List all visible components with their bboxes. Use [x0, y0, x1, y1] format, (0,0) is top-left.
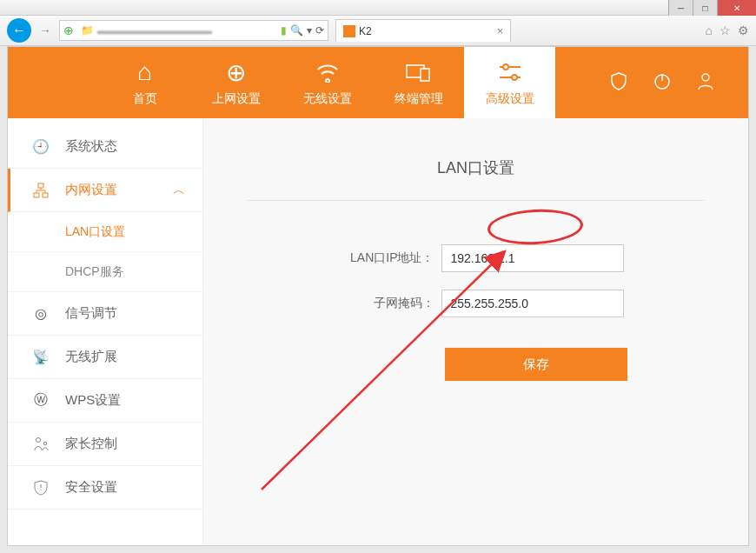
network-icon	[32, 183, 50, 198]
browser-forward-button[interactable]: →	[36, 22, 54, 39]
svg-point-12	[36, 437, 41, 442]
window-titlebar: ─ □ ✕	[0, 0, 756, 16]
svg-rect-1	[421, 69, 429, 81]
signal-icon: ◎	[32, 305, 50, 322]
window-close-button[interactable]: ✕	[717, 0, 756, 16]
svg-line-14	[262, 251, 505, 490]
sidebar-item-wps[interactable]: ⓦ WPS设置	[8, 379, 202, 423]
svg-point-3	[503, 64, 508, 70]
parent-icon	[32, 436, 50, 452]
tab-favicon	[343, 25, 355, 37]
tab-title: K2	[359, 25, 372, 37]
annotation-arrow	[255, 244, 524, 496]
home-icon: ⌂	[137, 58, 152, 86]
svg-rect-11	[43, 193, 48, 197]
dropdown-icon[interactable]: ▾	[307, 24, 312, 37]
sidebar-item-signal[interactable]: ◎ 信号调节	[8, 292, 202, 336]
svg-point-5	[512, 75, 517, 80]
nav-shield-icon[interactable]	[609, 71, 628, 95]
nav-advanced[interactable]: 高级设置	[464, 47, 555, 118]
address-text: ▬▬▬▬▬▬▬▬▬▬▬▬	[97, 25, 277, 36]
browser-gear-icon[interactable]: ⚙	[738, 23, 749, 37]
chevron-up-icon: ︿	[173, 183, 185, 198]
shield-icon	[32, 480, 50, 496]
nav-home[interactable]: ⌂ 首页	[99, 47, 190, 118]
sidebar-sub-dhcp[interactable]: DHCP服务	[8, 252, 202, 292]
globe-icon: ⊕	[226, 58, 246, 86]
nav-power-icon[interactable]	[653, 71, 672, 95]
addr-block-icon: ▮	[281, 24, 287, 37]
nav-user-icon[interactable]	[696, 71, 715, 95]
wps-icon: ⓦ	[32, 391, 50, 410]
svg-rect-10	[34, 193, 39, 197]
sidebar-item-status[interactable]: 🕘 系统状态	[8, 125, 202, 169]
devices-icon	[405, 58, 433, 86]
shield-icon: ⊕	[63, 23, 77, 37]
clock-icon: 🕘	[32, 138, 50, 155]
sidebar-sub-lan-port[interactable]: LAN口设置	[8, 212, 202, 252]
browser-star-icon[interactable]: ☆	[720, 23, 731, 37]
nav-wireless[interactable]: 无线设置	[282, 47, 373, 118]
wifi-icon	[315, 58, 341, 86]
top-nav: ⌂ 首页 ⊕ 上网设置 无线设置 终端管理 高级设置	[8, 47, 748, 118]
search-icon[interactable]: 🔍	[290, 24, 303, 37]
sidebar-item-wds[interactable]: 📡 无线扩展	[8, 336, 202, 379]
tab-close-icon[interactable]: ×	[497, 24, 504, 37]
sliders-icon	[498, 58, 522, 86]
page-content: ⌂ 首页 ⊕ 上网设置 无线设置 终端管理 高级设置	[7, 46, 749, 546]
refresh-icon[interactable]: ⟳	[315, 24, 324, 37]
window-maximize-button[interactable]: □	[693, 0, 717, 16]
browser-back-button[interactable]: ←	[7, 18, 31, 43]
folder-icon: 📁	[81, 24, 94, 37]
svg-point-8	[702, 74, 709, 81]
browser-toolbar: ← → ⊕ 📁 ▬▬▬▬▬▬▬▬▬▬▬▬ ▮ 🔍 ▾ ⟳ K2 × ⌂ ☆ ⚙	[0, 16, 756, 46]
panel-title: LAN口设置	[247, 149, 705, 201]
svg-rect-9	[38, 183, 43, 188]
browser-home-icon[interactable]: ⌂	[706, 23, 713, 37]
nav-internet[interactable]: ⊕ 上网设置	[190, 47, 282, 118]
sidebar-item-security[interactable]: 安全设置	[8, 466, 202, 510]
sidebar-item-parental[interactable]: 家长控制	[8, 423, 202, 466]
sidebar-item-lan[interactable]: 内网设置 ︿	[8, 169, 202, 212]
window-minimize-button[interactable]: ─	[668, 0, 693, 16]
nav-terminal[interactable]: 终端管理	[373, 47, 464, 118]
antenna-icon: 📡	[32, 349, 50, 365]
address-bar[interactable]: ⊕ 📁 ▬▬▬▬▬▬▬▬▬▬▬▬ ▮ 🔍 ▾ ⟳	[59, 20, 328, 41]
svg-point-13	[43, 442, 47, 445]
browser-tab[interactable]: K2 ×	[335, 19, 511, 42]
sidebar: 🕘 系统状态 内网设置 ︿ LAN口设置 DHCP服务 ◎ 信号调节 �	[8, 118, 203, 545]
